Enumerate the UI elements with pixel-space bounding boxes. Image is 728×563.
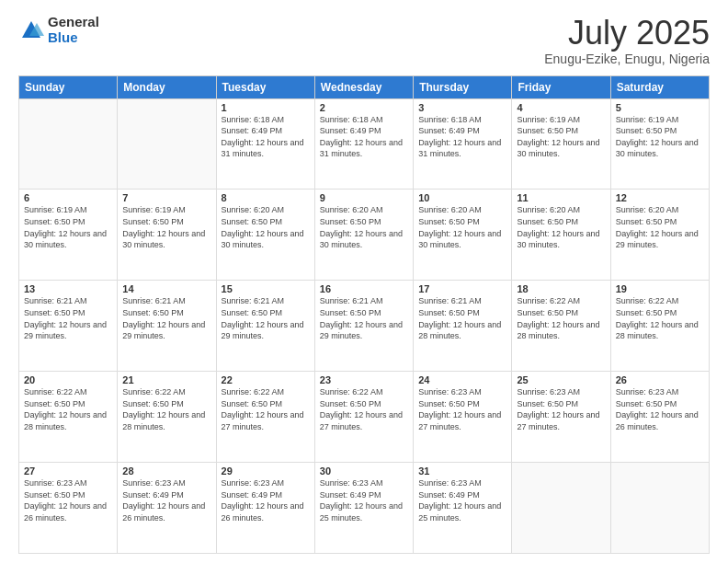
calendar-week-4: 27Sunrise: 6:23 AM Sunset: 6:50 PM Dayli… xyxy=(19,463,710,554)
day-detail: Sunrise: 6:21 AM Sunset: 6:50 PM Dayligh… xyxy=(222,295,310,341)
day-detail: Sunrise: 6:23 AM Sunset: 6:50 PM Dayligh… xyxy=(517,386,605,432)
day-detail: Sunrise: 6:18 AM Sunset: 6:49 PM Dayligh… xyxy=(418,114,506,160)
day-detail: Sunrise: 6:20 AM Sunset: 6:50 PM Dayligh… xyxy=(320,204,408,250)
day-detail: Sunrise: 6:21 AM Sunset: 6:50 PM Dayligh… xyxy=(122,295,210,341)
day-detail: Sunrise: 6:23 AM Sunset: 6:49 PM Dayligh… xyxy=(122,477,210,523)
col-thursday: Thursday xyxy=(414,75,512,98)
day-detail: Sunrise: 6:20 AM Sunset: 6:50 PM Dayligh… xyxy=(517,204,605,250)
calendar-cell: 24Sunrise: 6:23 AM Sunset: 6:50 PM Dayli… xyxy=(414,372,512,463)
day-detail: Sunrise: 6:18 AM Sunset: 6:49 PM Dayligh… xyxy=(320,114,408,160)
logo-text: General Blue xyxy=(48,15,99,45)
calendar-cell: 8Sunrise: 6:20 AM Sunset: 6:50 PM Daylig… xyxy=(216,190,314,281)
day-number: 29 xyxy=(222,465,310,477)
day-number: 26 xyxy=(616,374,704,385)
logo-icon xyxy=(18,17,44,43)
calendar-cell: 7Sunrise: 6:19 AM Sunset: 6:50 PM Daylig… xyxy=(118,190,216,281)
day-number: 22 xyxy=(222,374,310,385)
calendar-cell: 31Sunrise: 6:23 AM Sunset: 6:49 PM Dayli… xyxy=(414,463,512,554)
calendar-cell: 6Sunrise: 6:19 AM Sunset: 6:50 PM Daylig… xyxy=(19,190,118,281)
logo-blue-text: Blue xyxy=(48,30,99,46)
calendar-cell: 1Sunrise: 6:18 AM Sunset: 6:49 PM Daylig… xyxy=(216,98,314,190)
day-number: 8 xyxy=(222,192,310,203)
day-number: 17 xyxy=(418,283,506,294)
day-detail: Sunrise: 6:22 AM Sunset: 6:50 PM Dayligh… xyxy=(122,386,210,432)
day-detail: Sunrise: 6:22 AM Sunset: 6:50 PM Dayligh… xyxy=(616,295,704,341)
calendar-cell: 10Sunrise: 6:20 AM Sunset: 6:50 PM Dayli… xyxy=(414,190,512,281)
col-monday: Monday xyxy=(118,75,216,98)
day-detail: Sunrise: 6:20 AM Sunset: 6:50 PM Dayligh… xyxy=(616,204,704,250)
header-row: Sunday Monday Tuesday Wednesday Thursday… xyxy=(19,75,710,98)
day-detail: Sunrise: 6:23 AM Sunset: 6:49 PM Dayligh… xyxy=(222,477,310,523)
calendar-cell: 29Sunrise: 6:23 AM Sunset: 6:49 PM Dayli… xyxy=(216,463,314,554)
day-number: 20 xyxy=(24,374,112,385)
calendar-week-2: 13Sunrise: 6:21 AM Sunset: 6:50 PM Dayli… xyxy=(19,281,710,372)
calendar-cell: 21Sunrise: 6:22 AM Sunset: 6:50 PM Dayli… xyxy=(118,372,216,463)
day-number: 14 xyxy=(122,283,210,294)
day-number: 31 xyxy=(418,465,506,477)
calendar-title: July 2025 xyxy=(544,15,710,52)
col-friday: Friday xyxy=(512,75,610,98)
day-number: 4 xyxy=(517,102,605,113)
calendar-cell: 27Sunrise: 6:23 AM Sunset: 6:50 PM Dayli… xyxy=(19,463,118,554)
day-number: 28 xyxy=(122,465,210,477)
calendar-cell: 16Sunrise: 6:21 AM Sunset: 6:50 PM Dayli… xyxy=(314,281,413,372)
calendar-cell: 12Sunrise: 6:20 AM Sunset: 6:50 PM Dayli… xyxy=(610,190,709,281)
calendar-cell: 20Sunrise: 6:22 AM Sunset: 6:50 PM Dayli… xyxy=(19,372,118,463)
calendar-cell: 18Sunrise: 6:22 AM Sunset: 6:50 PM Dayli… xyxy=(512,281,610,372)
day-number: 2 xyxy=(320,102,408,113)
calendar-cell: 23Sunrise: 6:22 AM Sunset: 6:50 PM Dayli… xyxy=(314,372,413,463)
day-number: 21 xyxy=(122,374,210,385)
calendar-cell: 9Sunrise: 6:20 AM Sunset: 6:50 PM Daylig… xyxy=(314,190,413,281)
title-block: July 2025 Enugu-Ezike, Enugu, Nigeria xyxy=(544,15,710,66)
day-number: 25 xyxy=(517,374,605,385)
day-detail: Sunrise: 6:20 AM Sunset: 6:50 PM Dayligh… xyxy=(222,204,310,250)
page: General Blue July 2025 Enugu-Ezike, Enug… xyxy=(0,0,728,563)
day-detail: Sunrise: 6:19 AM Sunset: 6:50 PM Dayligh… xyxy=(616,114,704,160)
calendar-cell xyxy=(118,98,216,190)
day-detail: Sunrise: 6:21 AM Sunset: 6:50 PM Dayligh… xyxy=(418,295,506,341)
calendar-body: 1Sunrise: 6:18 AM Sunset: 6:49 PM Daylig… xyxy=(19,98,710,553)
calendar-cell: 2Sunrise: 6:18 AM Sunset: 6:49 PM Daylig… xyxy=(314,98,413,190)
calendar-cell: 25Sunrise: 6:23 AM Sunset: 6:50 PM Dayli… xyxy=(512,372,610,463)
day-detail: Sunrise: 6:22 AM Sunset: 6:50 PM Dayligh… xyxy=(24,386,112,432)
calendar-cell xyxy=(610,463,709,554)
day-number: 15 xyxy=(222,283,310,294)
calendar-cell: 28Sunrise: 6:23 AM Sunset: 6:49 PM Dayli… xyxy=(118,463,216,554)
calendar-cell: 13Sunrise: 6:21 AM Sunset: 6:50 PM Dayli… xyxy=(19,281,118,372)
calendar-cell: 15Sunrise: 6:21 AM Sunset: 6:50 PM Dayli… xyxy=(216,281,314,372)
day-detail: Sunrise: 6:21 AM Sunset: 6:50 PM Dayligh… xyxy=(320,295,408,341)
calendar-cell: 5Sunrise: 6:19 AM Sunset: 6:50 PM Daylig… xyxy=(610,98,709,190)
day-number: 1 xyxy=(222,102,310,113)
calendar-cell: 11Sunrise: 6:20 AM Sunset: 6:50 PM Dayli… xyxy=(512,190,610,281)
day-number: 10 xyxy=(418,192,506,203)
day-number: 24 xyxy=(418,374,506,385)
calendar-cell: 3Sunrise: 6:18 AM Sunset: 6:49 PM Daylig… xyxy=(414,98,512,190)
calendar-location: Enugu-Ezike, Enugu, Nigeria xyxy=(544,52,710,66)
calendar-cell: 14Sunrise: 6:21 AM Sunset: 6:50 PM Dayli… xyxy=(118,281,216,372)
day-number: 16 xyxy=(320,283,408,294)
day-number: 3 xyxy=(418,102,506,113)
day-detail: Sunrise: 6:23 AM Sunset: 6:50 PM Dayligh… xyxy=(418,386,506,432)
day-number: 27 xyxy=(24,465,112,477)
calendar-cell: 26Sunrise: 6:23 AM Sunset: 6:50 PM Dayli… xyxy=(610,372,709,463)
calendar-week-0: 1Sunrise: 6:18 AM Sunset: 6:49 PM Daylig… xyxy=(19,98,710,190)
calendar-week-1: 6Sunrise: 6:19 AM Sunset: 6:50 PM Daylig… xyxy=(19,190,710,281)
calendar-cell xyxy=(512,463,610,554)
day-detail: Sunrise: 6:23 AM Sunset: 6:49 PM Dayligh… xyxy=(418,477,506,523)
day-number: 7 xyxy=(122,192,210,203)
day-number: 6 xyxy=(24,192,112,203)
calendar-table: Sunday Monday Tuesday Wednesday Thursday… xyxy=(18,75,710,554)
col-sunday: Sunday xyxy=(19,75,118,98)
day-detail: Sunrise: 6:18 AM Sunset: 6:49 PM Dayligh… xyxy=(222,114,310,160)
day-detail: Sunrise: 6:22 AM Sunset: 6:50 PM Dayligh… xyxy=(222,386,310,432)
logo: General Blue xyxy=(18,15,99,45)
calendar-cell: 30Sunrise: 6:23 AM Sunset: 6:49 PM Dayli… xyxy=(314,463,413,554)
day-detail: Sunrise: 6:19 AM Sunset: 6:50 PM Dayligh… xyxy=(517,114,605,160)
day-number: 13 xyxy=(24,283,112,294)
col-wednesday: Wednesday xyxy=(314,75,413,98)
calendar-week-3: 20Sunrise: 6:22 AM Sunset: 6:50 PM Dayli… xyxy=(19,372,710,463)
day-number: 12 xyxy=(616,192,704,203)
col-saturday: Saturday xyxy=(610,75,709,98)
day-detail: Sunrise: 6:19 AM Sunset: 6:50 PM Dayligh… xyxy=(122,204,210,250)
day-detail: Sunrise: 6:20 AM Sunset: 6:50 PM Dayligh… xyxy=(418,204,506,250)
